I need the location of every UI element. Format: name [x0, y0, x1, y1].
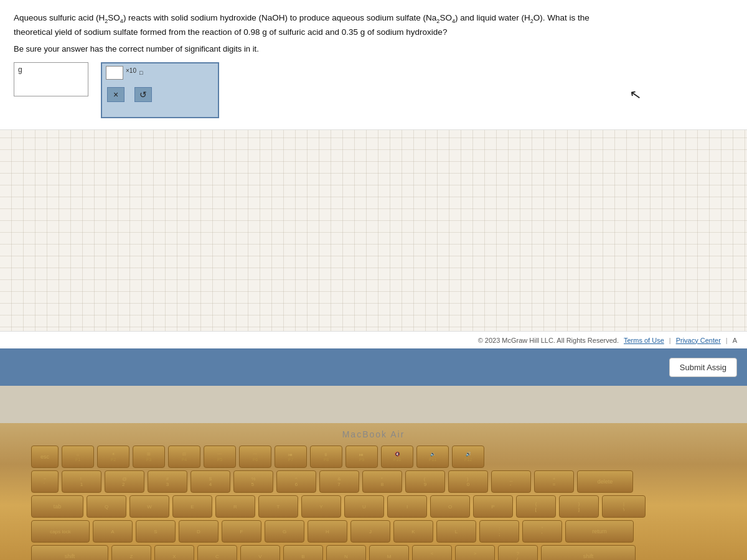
key-delete[interactable]: delete	[577, 470, 633, 493]
key-d[interactable]: D	[179, 520, 218, 543]
copyright-bar: © 2023 McGraw Hill LLC. All Rights Reser…	[0, 331, 747, 348]
instruction-text: Be sure your answer has the correct numb…	[14, 44, 733, 54]
sci-mantissa-input[interactable]	[106, 66, 123, 80]
key-w[interactable]: W	[129, 495, 169, 518]
question-text: Aqueous sulfuric acid (H2SO4) reacts wit…	[14, 11, 733, 39]
key-b[interactable]: B	[283, 545, 323, 560]
key-f[interactable]: F	[222, 520, 261, 543]
submit-assignment-button[interactable]: Submit Assig	[669, 358, 737, 377]
key-backslash[interactable]: |\	[602, 495, 646, 518]
separator-2: |	[726, 337, 728, 344]
key-p[interactable]: P	[473, 495, 513, 518]
key-f11[interactable]: 🔉F11	[416, 446, 449, 468]
extra-link[interactable]: A	[733, 337, 737, 344]
key-0[interactable]: )0	[448, 470, 488, 493]
key-f8[interactable]: ⏸F8	[310, 446, 342, 468]
sci-notation-box: ×10 □ × ↺	[101, 62, 219, 118]
macbook-brand-label: MacBook Air	[342, 429, 405, 439]
key-f6[interactable]: ⋯F6	[239, 446, 271, 468]
subscript-2-h2so4: 2	[105, 18, 108, 24]
key-7[interactable]: &7	[319, 470, 359, 493]
subscript-2-h2o: 2	[530, 18, 533, 24]
key-l[interactable]: L	[436, 520, 476, 543]
key-9[interactable]: (9	[405, 470, 445, 493]
sci-exponent-label: ×10	[126, 67, 136, 74]
key-f12[interactable]: 🔊F12	[452, 446, 484, 468]
privacy-center-link[interactable]: Privacy Center	[676, 337, 721, 344]
key-j[interactable]: J	[350, 520, 390, 543]
tab-key-row: tab Q W E R T Y U I O P {[ }] |\	[31, 495, 716, 518]
laptop-screen: Aqueous sulfuric acid (H2SO4) reacts wit…	[0, 0, 747, 423]
separator-1: |	[669, 337, 671, 344]
subscript-4-na2so4: 4	[452, 18, 455, 24]
key-f9[interactable]: ⏭F9	[345, 446, 378, 468]
key-x[interactable]: X	[154, 545, 194, 560]
key-v[interactable]: V	[240, 545, 280, 560]
sci-exponent-value: □	[139, 70, 143, 76]
key-n[interactable]: N	[326, 545, 366, 560]
number-key-row: ~` !1 @2 #3 $4 %5 ^6 &7 *8 (9 )0 _- += d…	[31, 470, 716, 493]
key-backtick[interactable]: ~`	[31, 470, 59, 493]
key-1[interactable]: !1	[62, 470, 101, 493]
input-row: g ×10 □ × ↺	[14, 62, 733, 118]
key-f3[interactable]: ⊞F3	[133, 446, 165, 468]
key-right-shift[interactable]: shift	[541, 545, 636, 560]
key-6[interactable]: ^6	[276, 470, 316, 493]
key-f10[interactable]: 🔇F10	[381, 446, 413, 468]
key-i[interactable]: I	[387, 495, 427, 518]
key-4[interactable]: $4	[190, 470, 230, 493]
key-u[interactable]: U	[344, 495, 384, 518]
screen-content: Aqueous sulfuric acid (H2SO4) reacts wit…	[0, 0, 747, 386]
question-area: Aqueous sulfuric acid (H2SO4) reacts wit…	[0, 0, 747, 130]
key-return[interactable]: return	[565, 520, 634, 543]
sci-multiply-button[interactable]: ×	[107, 87, 125, 102]
screen-footer: Submit Assig	[0, 348, 747, 386]
key-f7[interactable]: ⏮F7	[275, 446, 307, 468]
answer-box-container: g	[14, 62, 88, 96]
keyboard-area: esc ☼F1 ☀F2 ⊞F3 ⊟F4 ⋯F5 ⋯F6 ⏮F7 ⏸F8 ⏭F9 …	[31, 446, 716, 560]
key-z[interactable]: Z	[111, 545, 151, 560]
key-f2[interactable]: ☀F2	[97, 446, 129, 468]
key-quote[interactable]: "'	[522, 520, 562, 543]
key-3[interactable]: #3	[148, 470, 187, 493]
shift-key-row: shift Z X C V B N M <, >. ?/ shift	[31, 545, 716, 560]
terms-of-use-link[interactable]: Terms of Use	[624, 337, 664, 344]
key-5[interactable]: %5	[233, 470, 273, 493]
key-tab[interactable]: tab	[31, 495, 83, 518]
sci-notation-top: ×10 □	[102, 63, 218, 82]
key-t[interactable]: T	[258, 495, 298, 518]
key-c[interactable]: C	[197, 545, 237, 560]
key-k[interactable]: K	[393, 520, 433, 543]
key-bracket-left[interactable]: {[	[516, 495, 556, 518]
key-a[interactable]: A	[93, 520, 133, 543]
key-semicolon[interactable]: :;	[479, 520, 519, 543]
answer-g-label: g	[18, 65, 22, 74]
key-q[interactable]: Q	[87, 495, 126, 518]
key-2[interactable]: @2	[105, 470, 144, 493]
key-esc[interactable]: esc	[31, 446, 59, 468]
key-8[interactable]: *8	[362, 470, 402, 493]
key-m[interactable]: M	[369, 545, 409, 560]
sci-notation-buttons: × ↺	[102, 85, 218, 105]
key-equals[interactable]: +=	[534, 470, 574, 493]
key-f1[interactable]: ☼F1	[62, 446, 94, 468]
key-bracket-right[interactable]: }]	[559, 495, 599, 518]
key-h[interactable]: H	[308, 520, 347, 543]
sci-undo-button[interactable]: ↺	[134, 87, 152, 102]
key-r[interactable]: R	[215, 495, 255, 518]
key-y[interactable]: Y	[301, 495, 341, 518]
key-o[interactable]: O	[430, 495, 470, 518]
key-minus[interactable]: _-	[491, 470, 531, 493]
question-line2: theoretical yield of sodium sulfate form…	[14, 27, 447, 37]
key-comma[interactable]: <,	[412, 545, 452, 560]
key-s[interactable]: S	[136, 520, 176, 543]
key-caps[interactable]: caps lock	[31, 520, 90, 543]
caps-key-row: caps lock A S D F G H J K L :; "' return	[31, 520, 716, 543]
key-e[interactable]: E	[172, 495, 212, 518]
key-g[interactable]: G	[265, 520, 304, 543]
key-left-shift[interactable]: shift	[31, 545, 108, 560]
key-f4[interactable]: ⊟F4	[168, 446, 200, 468]
key-f5[interactable]: ⋯F5	[204, 446, 236, 468]
key-period[interactable]: >.	[455, 545, 495, 560]
key-slash[interactable]: ?/	[498, 545, 538, 560]
